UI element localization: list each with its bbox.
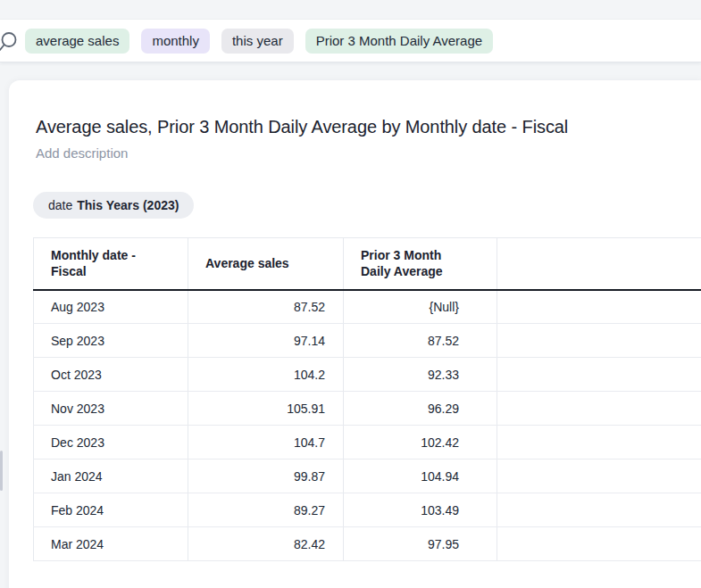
table-row: Dec 2023 104.7 102.42 [34, 426, 701, 460]
cell-average-sales: 99.87 [188, 460, 344, 493]
add-description-link[interactable]: Add description [36, 145, 680, 161]
cell-date: Oct 2023 [34, 358, 188, 392]
search-token-list: average sales monthly this year Prior 3 … [25, 29, 493, 54]
cell-prior-3-month: 97.95 [344, 527, 497, 561]
column-header-monthly-date-fiscal[interactable]: Monthly date - Fiscal [34, 238, 188, 290]
search-token-average-sales[interactable]: average sales [25, 29, 129, 54]
cell-date: Mar 2024 [34, 527, 188, 561]
date-filter-chip[interactable]: date This Years (2023) [33, 192, 194, 219]
table-row: Nov 2023 105.91 96.29 [34, 392, 701, 426]
table-row: Mar 2024 82.42 97.95 [34, 527, 701, 561]
column-header-empty [497, 238, 701, 290]
cell-date: Feb 2024 [34, 493, 188, 527]
cell-date: Sep 2023 [34, 324, 188, 358]
cell-empty [497, 493, 701, 527]
cell-prior-3-month: 104.94 [344, 460, 497, 493]
cell-date: Dec 2023 [34, 426, 188, 460]
cell-empty [497, 460, 701, 493]
cell-empty [497, 426, 701, 460]
cell-prior-3-month: 92.33 [344, 358, 497, 392]
filter-row: date This Years (2023) [33, 192, 701, 219]
cell-empty [497, 358, 701, 392]
table-row: Feb 2024 89.27 103.49 [34, 493, 701, 527]
search-icon [0, 30, 21, 54]
cell-empty [497, 324, 701, 358]
cell-empty [497, 392, 701, 426]
cell-average-sales: 87.52 [188, 290, 344, 324]
search-bar[interactable]: average sales monthly this year Prior 3 … [0, 19, 701, 62]
cell-average-sales: 105.91 [188, 392, 344, 426]
column-header-label: Average sales [205, 255, 289, 271]
cell-prior-3-month: 87.52 [344, 324, 497, 358]
answer-title[interactable]: Average sales, Prior 3 Month Daily Avera… [36, 116, 680, 137]
cell-average-sales: 82.42 [188, 527, 344, 561]
search-token-this-year[interactable]: this year [221, 29, 294, 54]
cell-date: Jan 2024 [34, 460, 188, 493]
cell-prior-3-month: 102.42 [344, 426, 497, 460]
cell-date: Nov 2023 [34, 392, 188, 426]
cell-prior-3-month: 103.49 [344, 493, 497, 527]
search-token-prior-3-month-daily-average[interactable]: Prior 3 Month Daily Average [305, 29, 493, 54]
filter-value: This Years (2023) [77, 198, 179, 212]
table-row: Oct 2023 104.2 92.33 [34, 358, 701, 392]
table-row: Jan 2024 99.87 104.94 [34, 460, 701, 493]
cell-average-sales: 104.7 [188, 426, 344, 460]
cell-prior-3-month: {Null} [344, 290, 497, 324]
cell-date: Aug 2023 [34, 290, 188, 324]
cell-average-sales: 89.27 [188, 493, 344, 527]
column-header-label: Monthly date - Fiscal [51, 247, 156, 279]
table-row: Aug 2023 87.52 {Null} [34, 290, 701, 324]
cell-average-sales: 97.14 [188, 324, 344, 358]
column-header-average-sales[interactable]: Average sales [188, 238, 344, 290]
search-token-monthly[interactable]: monthly [141, 29, 210, 54]
cell-empty [497, 527, 701, 561]
cell-empty [497, 290, 701, 324]
filter-column-name: date [48, 198, 72, 212]
left-scrollbar-thumb[interactable] [0, 451, 3, 491]
column-header-prior-3-month-daily-average[interactable]: Prior 3 Month Daily Average [344, 238, 497, 290]
table-header-row: Monthly date - Fiscal Average sales Prio… [34, 238, 701, 290]
results-table: Monthly date - Fiscal Average sales Prio… [33, 237, 701, 561]
table-row: Sep 2023 97.14 87.52 [34, 324, 701, 358]
answer-card: Average sales, Prior 3 Month Daily Avera… [9, 80, 701, 588]
column-header-label: Prior 3 Month Daily Average [361, 247, 470, 279]
cell-prior-3-month: 96.29 [344, 392, 497, 426]
cell-average-sales: 104.2 [188, 358, 344, 392]
